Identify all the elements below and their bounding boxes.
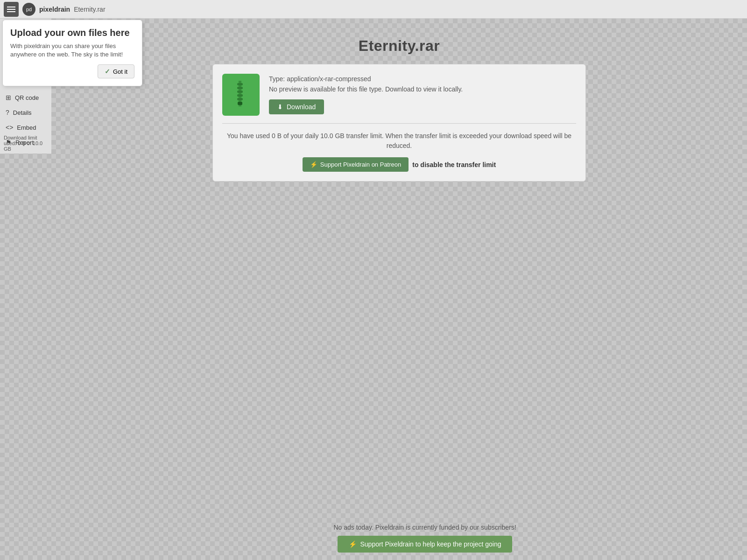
qr-icon: ⊞ <box>6 94 11 101</box>
tooltip-title: Upload your own files here <box>10 28 134 38</box>
menu-button[interactable] <box>4 2 19 17</box>
file-info-row: Type: application/x-rar-compressed No pr… <box>222 74 576 116</box>
topbar: pd pixeldrain Eternity.rar <box>0 0 747 19</box>
file-icon-box <box>222 74 260 116</box>
support-suffix-text: to disable the transfer limit <box>412 161 496 168</box>
download-btn-label: Download <box>287 103 316 111</box>
upload-tooltip: Upload your own files here With pixeldra… <box>2 20 142 86</box>
status-text: Download limit used: 0 B of 10.0 GB <box>4 135 42 152</box>
file-card: Type: application/x-rar-compressed No pr… <box>212 64 586 182</box>
sidebar-qr-button[interactable]: ⊞ QR code <box>0 90 51 105</box>
main-download-button[interactable]: ⬇ Download <box>269 99 324 114</box>
support-patreon-button[interactable]: ⚡ Support Pixeldrain on Patreon <box>303 157 409 172</box>
bottom-bolt-icon: ⚡ <box>349 540 357 548</box>
status-bar: Download limit used: 0 B of 10.0 GB <box>0 133 51 154</box>
card-divider <box>222 123 576 124</box>
got-it-button[interactable]: ✓ Got it <box>98 64 134 78</box>
svg-rect-7 <box>238 102 242 105</box>
rar-icon <box>229 78 253 111</box>
got-it-label: Got it <box>113 68 127 75</box>
bottom-support-button[interactable]: ⚡ Support Pixeldrain to help keep the pr… <box>338 536 513 553</box>
sidebar-details-button[interactable]: ? Details <box>0 105 51 120</box>
bottom-bar: No ads today. Pixeldrain is currently fu… <box>103 516 747 560</box>
logo-text: pd <box>26 7 32 12</box>
bolt-icon: ⚡ <box>310 161 317 168</box>
file-meta: Type: application/x-rar-compressed No pr… <box>269 75 576 114</box>
sidebar-embed-label: Embed <box>17 124 36 131</box>
tooltip-body: With pixeldrain you can share your files… <box>10 42 134 59</box>
bottom-support-label: Support Pixeldrain to help keep the proj… <box>360 540 501 548</box>
details-icon: ? <box>6 109 9 116</box>
transfer-info: You have used 0 B of your daily 10.0 GB … <box>222 131 576 151</box>
support-btn-label: Support Pixeldrain on Patreon <box>320 161 401 168</box>
topbar-filename: Eternity.rar <box>74 6 105 13</box>
site-name: pixeldrain <box>39 6 70 13</box>
sidebar-details-label: Details <box>13 109 32 116</box>
check-icon: ✓ <box>105 68 110 75</box>
sidebar-qr-label: QR code <box>15 94 39 101</box>
main-content: Eternity.rar <box>51 19 747 560</box>
svg-rect-3 <box>237 87 243 89</box>
svg-rect-2 <box>237 83 243 85</box>
svg-rect-5 <box>237 94 243 97</box>
download-btn-icon: ⬇ <box>277 103 283 111</box>
site-logo: pd <box>22 3 35 16</box>
file-preview-text: No preview is available for this file ty… <box>269 85 576 93</box>
embed-icon: <> <box>6 124 13 131</box>
file-title: Eternity.rar <box>359 37 440 55</box>
menu-icon <box>7 9 15 10</box>
svg-rect-6 <box>237 98 243 100</box>
support-row: ⚡ Support Pixeldrain on Patreon to disab… <box>222 157 576 172</box>
bottom-ad-text: No ads today. Pixeldrain is currently fu… <box>110 524 740 531</box>
svg-rect-4 <box>237 91 243 93</box>
file-type-text: Type: application/x-rar-compressed <box>269 75 576 83</box>
